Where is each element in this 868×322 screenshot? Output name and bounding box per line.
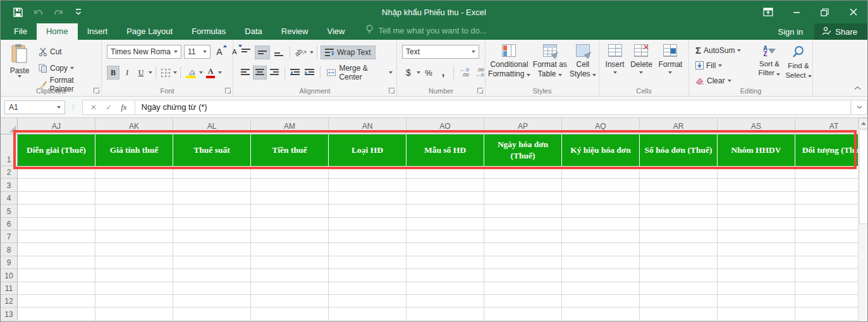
font-color-button[interactable]: A [204,66,217,80]
increase-font-button[interactable]: A [213,45,226,59]
cell-styles-button[interactable]: CellStyles [570,40,596,89]
align-left-button[interactable] [238,66,252,80]
font-size-combo[interactable]: 11 [184,45,211,59]
font-dialog-launcher-icon[interactable] [225,88,231,93]
tell-me-box[interactable]: Tell me what you want to do... [365,25,486,40]
italic-button[interactable]: I [121,66,133,80]
clear-button[interactable]: Clear [693,74,743,87]
tab-file[interactable]: File [4,23,37,40]
autosum-dropdown-icon[interactable] [737,49,741,52]
row-header-9[interactable]: 9 [1,256,18,269]
delete-cells-button[interactable]: ✕ Delete [630,40,652,89]
underline-dropdown-icon[interactable] [149,71,152,74]
row-header-12[interactable]: 12 [1,295,18,307]
decrease-decimal-button[interactable]: .00→.0 [473,66,486,80]
fill-dropdown-icon[interactable] [718,64,722,67]
row-header-10[interactable]: 10 [1,269,18,282]
wrap-text-button[interactable]: Wrap Text [321,45,376,59]
increase-decimal-button[interactable]: ←.0.00 [458,66,471,80]
align-right-button[interactable] [268,66,281,80]
tab-insert[interactable]: Insert [78,23,118,40]
share-button[interactable]: Share [814,23,867,40]
scroll-up-icon[interactable] [859,118,868,129]
column-header-aj[interactable]: AJ [18,118,95,134]
fill-button[interactable]: Fill [693,59,743,72]
fill-color-button[interactable] [184,66,198,80]
cell-ao1[interactable]: Mẫu số HĐ [406,134,484,166]
cell-aq1[interactable]: Ký hiệu hóa đơn [562,134,640,166]
select-all-button[interactable] [1,118,18,134]
redo-icon[interactable] [50,4,66,20]
cell-grid[interactable] [18,166,858,322]
merge-center-button[interactable]: Merge & Center [323,66,396,80]
row-header-13[interactable]: 13 [1,307,18,320]
align-center-button[interactable] [253,66,267,80]
vertical-scrollbar[interactable] [858,118,868,322]
borders-button[interactable] [159,66,172,80]
sort-filter-button[interactable]: AZ Sort &Filter [755,40,784,89]
font-color-dropdown-icon[interactable] [218,71,222,74]
merge-center-dropdown-icon[interactable] [389,71,393,74]
column-header-ao[interactable]: AO [406,118,484,134]
collapse-ribbon-icon[interactable] [854,83,861,92]
row-header-11[interactable]: 11 [1,282,18,295]
row-header-5[interactable]: 5 [1,205,18,217]
cell-aj1[interactable]: Diễn giải (Thuế) [18,134,95,166]
column-header-aq[interactable]: AQ [562,118,640,134]
customize-qat-icon[interactable] [70,4,87,20]
enter-formula-icon[interactable]: ✓ [106,103,112,112]
underline-button[interactable]: U [135,66,147,80]
formula-bar-resizer[interactable]: ⋮ [70,104,77,110]
currency-button[interactable]: $ [402,66,415,80]
column-header-ap[interactable]: AP [484,118,562,134]
number-format-combo[interactable]: Text [402,45,479,59]
row-header-3[interactable]: 3 [1,179,18,191]
format-as-table-button[interactable]: Format asTable [533,40,567,89]
comma-button[interactable]: , [437,66,449,80]
row-header-7[interactable]: 7 [1,230,18,243]
row-header-8[interactable]: 8 [1,243,18,256]
column-header-as[interactable]: AS [718,118,795,134]
cell-ap1[interactable]: Ngày hóa đơn (Thuế) [484,134,562,166]
font-name-combo[interactable]: Times New Roma [107,45,181,59]
middle-align-button[interactable] [255,45,270,59]
tab-data[interactable]: Data [235,23,271,40]
sign-in-link[interactable]: Sign in [767,27,815,37]
cell-an1[interactable]: Loại HĐ [329,134,406,166]
top-align-button[interactable] [238,45,254,59]
cut-button[interactable]: Cut [36,45,101,58]
cancel-formula-icon[interactable]: ✕ [90,103,97,112]
autosum-button[interactable]: Σ AutoSum [693,44,743,57]
bottom-align-button[interactable] [271,45,286,59]
alignment-dialog-launcher-icon[interactable] [389,88,394,93]
column-header-ar[interactable]: AR [640,118,718,134]
ribbon-display-options-icon[interactable] [754,1,782,23]
insert-function-icon[interactable]: fx [121,102,126,112]
minimize-icon[interactable] [782,1,810,23]
insert-cells-button[interactable]: ← Insert [606,40,625,89]
expand-formula-bar-icon[interactable] [851,100,867,115]
orientation-button[interactable]: ab [293,45,309,59]
increase-indent-button[interactable] [303,66,316,80]
row-header-1[interactable]: 1 [1,134,18,166]
tab-review[interactable]: Review [272,23,318,40]
number-dialog-launcher-icon[interactable] [477,88,483,93]
column-header-am[interactable]: AM [251,118,329,134]
row-header-4[interactable]: 4 [1,192,18,205]
cell-ar1[interactable]: Số hóa đơn (Thuế) [640,134,718,166]
cell-at1[interactable]: Đối tượng (Thuế) [795,134,858,166]
cell-am1[interactable]: Tiền thuế [251,134,329,166]
decrease-indent-button[interactable] [288,66,302,80]
percent-button[interactable]: % [422,66,435,80]
row-header-6[interactable]: 6 [1,218,18,230]
clipboard-dialog-launcher-icon[interactable] [94,88,99,93]
column-header-al[interactable]: AL [173,118,251,134]
currency-dropdown-icon[interactable] [417,71,420,74]
paste-dropdown-icon[interactable] [18,75,21,78]
find-select-button[interactable]: Find &Select [784,40,813,89]
clear-dropdown-icon[interactable] [728,80,731,82]
row-header-2[interactable]: 2 [1,166,18,179]
paste-button[interactable]: Paste [6,44,34,90]
column-header-an[interactable]: AN [329,118,406,134]
column-header-ak[interactable]: AK [95,118,173,134]
